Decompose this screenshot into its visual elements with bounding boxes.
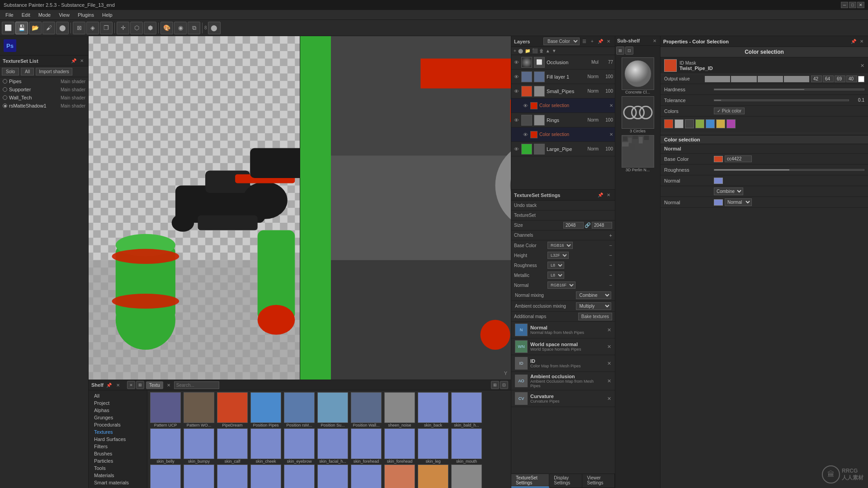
sub-shelf-item-noise[interactable]: 3D Perlin N... bbox=[620, 135, 656, 172]
shelf-item-9[interactable]: skin_bald_h... bbox=[450, 392, 483, 427]
shelf-grid-large[interactable]: ⊡ bbox=[500, 381, 508, 389]
layer-small-pipes[interactable]: 👁 Small_Pipes Norm 100 bbox=[511, 84, 615, 99]
shelf-nav-all[interactable]: All bbox=[90, 392, 145, 399]
shelf-item-29[interactable]: Thickness M... bbox=[450, 465, 483, 488]
add-layer-icon[interactable]: + bbox=[513, 48, 517, 54]
layer-vis-col-sel-1[interactable]: 👁 bbox=[522, 103, 528, 109]
channel-remove-metallic[interactable]: − bbox=[609, 272, 612, 278]
swatch-0[interactable] bbox=[664, 119, 673, 128]
layer-down-icon[interactable]: ▼ bbox=[552, 48, 557, 54]
shelf-item-27[interactable]: Support_ID bbox=[383, 465, 416, 488]
shelf-nav-smart-masks[interactable]: Smart masks bbox=[90, 486, 145, 488]
panel-pin-button[interactable]: 📌 bbox=[70, 57, 77, 65]
shelf-item-22[interactable]: skin_nose_tip bbox=[216, 465, 249, 488]
ao-mixing-select[interactable]: Multiply bbox=[576, 302, 611, 310]
layers-add[interactable]: + bbox=[589, 38, 596, 45]
shelf-item-6[interactable]: Position Wall... bbox=[350, 392, 382, 427]
viewport-2d[interactable]: Y bbox=[300, 36, 511, 380]
add-map-remove-normal[interactable]: ✕ bbox=[607, 327, 611, 333]
hardness-slider[interactable] bbox=[714, 89, 864, 90]
layer-vis-small-pipes[interactable]: 👁 bbox=[513, 88, 519, 94]
swatch-2[interactable] bbox=[685, 119, 694, 128]
layer-vis-fill-1[interactable]: 👁 bbox=[513, 74, 519, 80]
layer-color-sel-1[interactable]: 👁 Color selection ✕ bbox=[511, 99, 615, 113]
layer-fill-1[interactable]: 👁 Fill layer 1 Norm 100 bbox=[511, 70, 615, 84]
shelf-nav-filters[interactable]: Filters bbox=[90, 443, 145, 450]
props-pin[interactable]: 📌 bbox=[850, 38, 857, 45]
shelf-item-7[interactable]: sheen_noise bbox=[383, 392, 416, 427]
pick-color-button[interactable]: ✓ Pick color bbox=[714, 108, 745, 114]
add-group-icon[interactable]: 📁 bbox=[524, 48, 531, 54]
bake-textures-button[interactable]: Bake textures bbox=[578, 313, 612, 320]
minimize-button[interactable]: ─ bbox=[841, 2, 848, 8]
shelf-item-5[interactable]: Position Su... bbox=[316, 392, 349, 427]
channel-remove-normal[interactable]: − bbox=[609, 282, 612, 288]
shelf-item-26[interactable]: skin_zombie... bbox=[350, 465, 382, 488]
channel-format-height[interactable]: L32F bbox=[547, 252, 569, 259]
shelf-item-20[interactable]: skin_neck bbox=[149, 465, 182, 488]
tool-new[interactable]: ⬜ bbox=[2, 22, 14, 34]
tool-layer[interactable]: ⧉ bbox=[188, 22, 200, 34]
tab-display-settings[interactable]: Display Settings bbox=[549, 474, 582, 488]
tool-eraser[interactable]: ⊠ bbox=[73, 22, 85, 34]
shelf-item-11[interactable]: skin_bumpy bbox=[183, 428, 215, 464]
shelf-item-0[interactable]: Pattern UCP bbox=[149, 392, 182, 427]
swatch-5[interactable] bbox=[716, 119, 725, 128]
shelf-grid-small[interactable]: ⊞ bbox=[491, 381, 499, 389]
shelf-item-24[interactable]: skin_thin bbox=[283, 465, 316, 488]
layer-rings[interactable]: 👁 Rings Norm 100 bbox=[511, 113, 615, 127]
shelf-nav-particles[interactable]: Particles bbox=[90, 457, 145, 465]
shelf-nav-grunges[interactable]: Grunges bbox=[90, 414, 145, 421]
shelf-nav-procedurals[interactable]: Procedurals bbox=[90, 421, 145, 428]
normal-mixing-select[interactable]: Combine bbox=[576, 291, 611, 299]
shelf-item-12[interactable]: skin_calf bbox=[216, 428, 249, 464]
shelf-tab-close[interactable]: ✕ bbox=[165, 381, 172, 389]
size-h-input[interactable] bbox=[592, 222, 612, 229]
shelf-item-3[interactable]: Position Pipes bbox=[250, 392, 282, 427]
shelf-nav-materials[interactable]: Materials bbox=[90, 472, 145, 479]
channel-format-base-color[interactable]: RGB16 bbox=[547, 242, 573, 249]
normal-2-select[interactable]: Normal bbox=[725, 198, 752, 206]
tool-paint[interactable]: 🖌 bbox=[42, 22, 55, 34]
add-map-remove-ao[interactable]: ✕ bbox=[607, 378, 611, 384]
tab-ts-settings[interactable]: TextureSet Settings bbox=[511, 474, 549, 488]
shelf-nav-alphas[interactable]: Alphas bbox=[90, 407, 145, 414]
layer-vis-large-pipe[interactable]: 👁 bbox=[513, 146, 519, 152]
shelf-search-input[interactable] bbox=[174, 381, 219, 389]
shelf-item-28[interactable]: Tech_Wall_ID bbox=[417, 465, 449, 488]
sub-shelf-item-circles[interactable]: 3 Circles bbox=[620, 96, 656, 133]
layers-menu[interactable]: ☰ bbox=[580, 38, 588, 45]
tool-select[interactable]: ⬡ bbox=[130, 22, 143, 34]
swatch-1[interactable] bbox=[675, 119, 684, 128]
shelf-item-1[interactable]: Pattern WO... bbox=[183, 392, 215, 427]
shelf-item-8[interactable]: skin_back bbox=[417, 392, 449, 427]
tool-fill[interactable]: ⬤ bbox=[56, 22, 69, 34]
swatch-4[interactable] bbox=[706, 119, 715, 128]
add-fill-icon[interactable]: ⬤ bbox=[518, 48, 524, 54]
shelf-nav-textures[interactable]: Textures bbox=[90, 428, 145, 436]
add-map-remove-curvature[interactable]: ✕ bbox=[607, 396, 611, 402]
output-val-2[interactable] bbox=[823, 75, 834, 82]
tool-color[interactable]: 🎨 bbox=[160, 22, 173, 34]
layer-vis-col-sel-2[interactable]: 👁 bbox=[522, 131, 528, 138]
viewport-3d[interactable] bbox=[89, 36, 300, 380]
sub-shelf-grid-2[interactable]: ⊡ bbox=[625, 47, 633, 55]
shelf-view-grid[interactable]: ⊞ bbox=[136, 381, 144, 389]
ts-settings-close[interactable]: ✕ bbox=[605, 192, 612, 199]
shelf-tab-textures[interactable]: Textu bbox=[146, 381, 163, 389]
shelf-nav-project[interactable]: Project bbox=[90, 399, 145, 407]
shelf-nav-tools[interactable]: Tools bbox=[90, 465, 145, 472]
tool-material[interactable]: ◉ bbox=[174, 22, 187, 34]
swatch-6[interactable] bbox=[726, 119, 736, 128]
textureset-item-rs-matte[interactable]: rsMatteShadow1 Main shader bbox=[0, 102, 88, 110]
channels-add-btn[interactable]: + bbox=[609, 233, 612, 238]
tool-crop[interactable]: ⬢ bbox=[144, 22, 156, 34]
menu-help[interactable]: Help bbox=[99, 11, 116, 19]
all-button[interactable]: All bbox=[21, 68, 34, 75]
maximize-button[interactable]: □ bbox=[849, 2, 856, 8]
sub-shelf-item-concrete[interactable]: Concrete Cl... bbox=[620, 57, 656, 94]
shelf-item-15[interactable]: skin_facial_h... bbox=[316, 428, 349, 464]
shelf-pin[interactable]: 📌 bbox=[105, 381, 113, 389]
tool-save[interactable]: 💾 bbox=[15, 22, 28, 34]
add-map-remove-id[interactable]: ✕ bbox=[607, 361, 611, 366]
